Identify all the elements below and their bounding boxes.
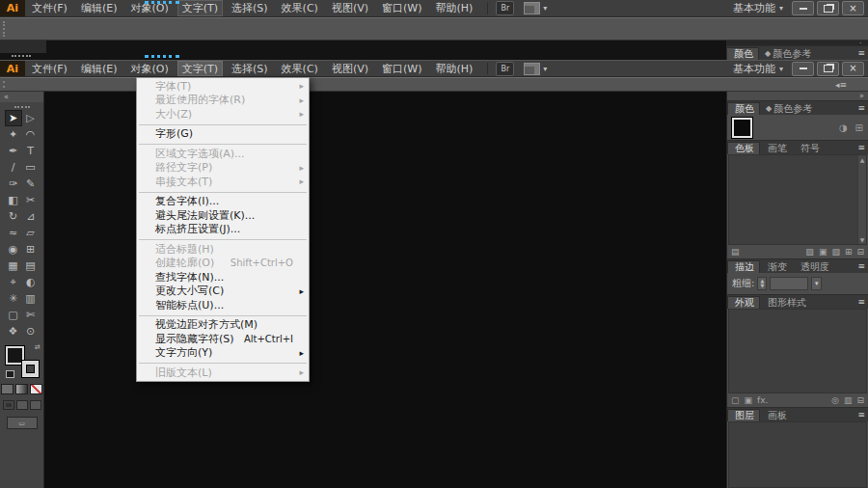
menubar-item[interactable]: 选择(S) bbox=[227, 61, 273, 76]
panel-tab[interactable]: ◆ 颜色参考 bbox=[759, 47, 817, 60]
type-menu-item[interactable]: 显示隐藏字符(S) Alt+Ctrl+I bbox=[137, 332, 309, 346]
column-graph-tool[interactable]: ▥ bbox=[22, 290, 40, 307]
panel-tab[interactable]: 透明度 bbox=[793, 260, 835, 273]
mesh-tool[interactable]: ▦ bbox=[5, 258, 22, 274]
swatch-options-icon[interactable]: ▣ bbox=[819, 247, 827, 257]
step-down-icon[interactable]: ▼ bbox=[760, 284, 764, 288]
type-menu-item[interactable]: 路径文字(P) ▸ bbox=[137, 161, 309, 176]
stroke-weight-stepper[interactable]: ▲ ▼ bbox=[757, 277, 767, 290]
menubar-item[interactable]: 文字(T) bbox=[177, 61, 223, 76]
menubar-item[interactable]: 帮助(H) bbox=[430, 61, 477, 76]
panel-tab[interactable]: 画笔 bbox=[760, 142, 793, 154]
type-menu-item[interactable]: 智能标点(U)... bbox=[137, 298, 309, 312]
new-color-group-icon[interactable]: ▧ bbox=[831, 247, 840, 257]
menubar-item[interactable]: 窗口(W) bbox=[377, 61, 426, 76]
swatches-list[interactable]: ▲ ▼ bbox=[728, 154, 867, 245]
blend-tool[interactable]: ◐ bbox=[22, 274, 40, 290]
restore-button[interactable] bbox=[817, 1, 839, 15]
menubar-item[interactable]: 效果(C) bbox=[277, 61, 323, 76]
appearance-list[interactable] bbox=[728, 309, 867, 393]
new-art-basic-icon[interactable]: ▢ bbox=[731, 395, 740, 405]
type-menu-item[interactable]: 避头尾法则设置(K)... bbox=[137, 208, 309, 223]
type-menu-item[interactable]: 复合字体(I)... bbox=[137, 195, 309, 209]
type-menu-item[interactable]: 字体(T) ▸ bbox=[137, 79, 309, 94]
menubar-item[interactable]: 视图(V) bbox=[327, 61, 373, 76]
pen-tool[interactable]: ✒ bbox=[5, 143, 22, 159]
width-tool[interactable]: ≈ bbox=[5, 225, 22, 241]
gradient-button[interactable] bbox=[15, 384, 28, 394]
panel-collapse-icon[interactable]: ◂≡ bbox=[835, 80, 847, 90]
slice-tool[interactable]: ✄ bbox=[22, 307, 40, 323]
panel-tab[interactable]: 色板 bbox=[727, 142, 760, 154]
menubar-item[interactable]: 文件(F) bbox=[27, 61, 72, 76]
panel-tab[interactable]: 颜色 bbox=[727, 102, 760, 115]
panel-tab[interactable]: 图层 bbox=[727, 409, 760, 421]
free-transform-tool[interactable]: ▱ bbox=[22, 225, 40, 241]
paintbrush-tool[interactable]: ✑ bbox=[5, 176, 22, 192]
rotate-tool[interactable]: ↻ bbox=[5, 208, 22, 225]
menubar-item[interactable]: 编辑(E) bbox=[76, 0, 122, 16]
menubar-item[interactable]: 编辑(E) bbox=[76, 61, 122, 76]
lasso-tool[interactable]: ◠ bbox=[22, 126, 40, 143]
drag-grip-icon[interactable] bbox=[3, 81, 8, 88]
panel-tab[interactable]: 颜色 bbox=[726, 47, 759, 60]
menubar-item[interactable]: 对象(O) bbox=[125, 61, 173, 76]
pencil-tool[interactable]: ✎ bbox=[22, 176, 40, 192]
close-button[interactable]: × bbox=[842, 1, 864, 15]
fx-icon[interactable]: fx. bbox=[757, 395, 768, 405]
draw-normal-button[interactable] bbox=[3, 400, 14, 410]
bridge-button[interactable]: Br bbox=[496, 62, 514, 76]
type-menu-item[interactable]: 文字方向(Y) ▸ bbox=[137, 346, 309, 361]
default-fill-stroke-icon[interactable] bbox=[6, 370, 14, 378]
restore-button[interactable] bbox=[817, 62, 839, 76]
document-tab-stub[interactable] bbox=[0, 41, 46, 53]
eraser-tool[interactable]: ◧ bbox=[5, 192, 22, 208]
menubar-item[interactable]: 效果(C) bbox=[277, 0, 323, 16]
scroll-up-icon[interactable]: ▲ bbox=[860, 156, 865, 163]
swap-fill-stroke-icon[interactable]: ⇄ bbox=[35, 343, 41, 351]
type-menu-item[interactable]: 标点挤压设置(J)... bbox=[137, 223, 309, 237]
panel-menu-icon[interactable]: ≡ bbox=[857, 103, 864, 113]
panel-tab[interactable]: 描边 bbox=[727, 260, 760, 273]
new-swatch-icon[interactable]: ⊞ bbox=[845, 247, 853, 257]
panel-tab[interactable]: 符号 bbox=[793, 142, 826, 154]
scroll-down-icon[interactable]: ▼ bbox=[860, 236, 865, 243]
bridge-button[interactable]: Br bbox=[496, 1, 514, 15]
panel-tab[interactable]: 外观 bbox=[727, 296, 760, 309]
type-tool[interactable]: T bbox=[22, 143, 40, 159]
duplicate-item-icon[interactable]: ▥ bbox=[844, 395, 853, 405]
type-menu-item[interactable]: 旧版文本(L) ▸ bbox=[137, 366, 309, 380]
stroke-weight-input[interactable] bbox=[770, 277, 808, 290]
drag-grip-icon[interactable] bbox=[3, 21, 8, 37]
perspective-grid-tool[interactable]: ⊞ bbox=[22, 241, 40, 258]
minimize-button[interactable] bbox=[792, 1, 814, 15]
visibility-icon[interactable]: ▣ bbox=[745, 395, 753, 405]
panel-tab[interactable]: 图形样式 bbox=[760, 296, 812, 309]
type-menu-item[interactable]: 大小(Z) ▸ bbox=[137, 107, 309, 122]
arrange-documents-button[interactable]: ▾ bbox=[524, 2, 547, 14]
current-color-swatch[interactable] bbox=[732, 118, 752, 138]
scale-tool[interactable]: ⊿ bbox=[22, 208, 40, 225]
color-options-icon[interactable]: ⊞ bbox=[855, 122, 863, 133]
menubar-item[interactable]: 帮助(H) bbox=[430, 0, 477, 16]
panel-menu-icon[interactable]: ≡ bbox=[857, 410, 864, 420]
magic-wand-tool[interactable]: ✦ bbox=[5, 126, 22, 143]
panel-menu-icon[interactable]: ≡ bbox=[857, 48, 864, 58]
type-menu-item[interactable]: 更改大小写(C) ▸ bbox=[137, 285, 309, 299]
draw-behind-button[interactable] bbox=[16, 400, 28, 410]
shape-builder-tool[interactable]: ◉ bbox=[5, 241, 22, 258]
color-button[interactable] bbox=[1, 384, 14, 394]
scrollbar[interactable]: ▲ ▼ bbox=[857, 155, 866, 244]
type-menu-item[interactable]: 视觉边距对齐方式(M) bbox=[137, 318, 309, 333]
color-spectrum-icon[interactable]: ◑ bbox=[839, 122, 848, 133]
close-button[interactable]: × bbox=[842, 62, 864, 76]
minimize-button[interactable] bbox=[792, 62, 814, 76]
type-menu-item[interactable]: 查找字体(N)... bbox=[137, 270, 309, 285]
panel-tab[interactable]: ◆ 颜色参考 bbox=[760, 102, 818, 115]
delete-item-icon[interactable]: ⊟ bbox=[856, 395, 864, 405]
type-menu-item[interactable]: 适合标题(H) bbox=[137, 242, 309, 257]
swatch-libraries-icon[interactable]: ▤ bbox=[731, 247, 740, 257]
panel-menu-icon[interactable]: ≡ bbox=[857, 261, 864, 271]
symbol-sprayer-tool[interactable]: ✳ bbox=[5, 290, 22, 307]
direct-selection-tool[interactable]: ▷ bbox=[22, 110, 40, 126]
